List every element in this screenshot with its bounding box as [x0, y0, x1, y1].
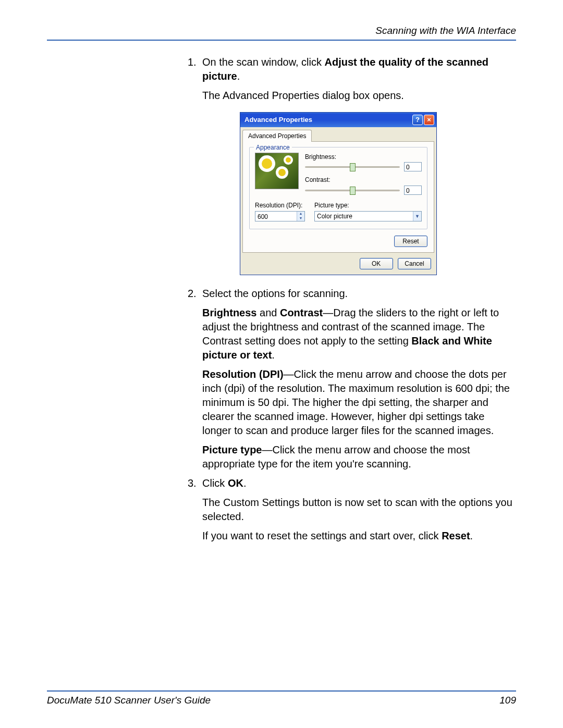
ok-button[interactable]: OK: [360, 258, 393, 269]
step-2-text: Select the options for scanning.: [202, 287, 516, 301]
close-icon[interactable]: ×: [424, 115, 434, 125]
appearance-group: Appearance Brightness: 0: [249, 147, 427, 229]
brightness-label: Brightness:: [305, 153, 422, 161]
footer-guide-title: DocuMate 510 Scanner User's Guide: [47, 695, 211, 706]
contrast-label: Contrast:: [305, 176, 422, 184]
bc-and: and: [256, 307, 279, 318]
preview-thumbnail: [255, 153, 299, 189]
section-header: Scanning with the WIA Interface: [47, 25, 516, 36]
spin-up-icon[interactable]: ▲: [297, 212, 304, 216]
picture-type-label: Picture type:: [314, 201, 422, 209]
header-rule: [47, 40, 516, 41]
reset-c: .: [470, 530, 473, 541]
brightness-value[interactable]: 0: [404, 162, 422, 171]
appearance-legend: Appearance: [254, 143, 292, 152]
contrast-term: Contrast: [280, 307, 323, 318]
chevron-down-icon[interactable]: ▼: [413, 212, 421, 221]
reset-term: Reset: [442, 530, 470, 541]
resolution-spinner[interactable]: 600 ▲ ▼: [255, 211, 305, 221]
advanced-properties-dialog: Advanced Properties ? × Advanced Propert…: [240, 112, 437, 275]
contrast-value[interactable]: 0: [404, 186, 422, 195]
step-3-c: .: [243, 477, 247, 489]
dialog-titlebar: Advanced Properties ? ×: [240, 113, 436, 127]
resolution-term: Resolution (DPI): [202, 368, 284, 380]
step-3-ok: OK: [228, 477, 243, 489]
step-3-result: The Custom Settings button is now set to…: [202, 496, 516, 524]
reset-button[interactable]: Reset: [394, 236, 427, 247]
tab-advanced-properties[interactable]: Advanced Properties: [242, 130, 312, 142]
step-3-a: Click: [202, 477, 228, 489]
step-1-text-c: .: [237, 70, 240, 82]
bc-period: .: [272, 349, 275, 361]
resolution-label: Resolution (DPI):: [255, 201, 305, 209]
resolution-value[interactable]: 600: [255, 212, 297, 221]
cancel-button[interactable]: Cancel: [398, 258, 431, 269]
brightness-term: Brightness: [202, 307, 256, 318]
step-1-text-a: On the scan window, click: [202, 56, 325, 68]
step-1-number: 1.: [188, 55, 202, 83]
picture-type-combo[interactable]: Color picture ▼: [314, 211, 422, 221]
step-3-number: 3.: [188, 476, 202, 490]
reset-a: If you want to reset the settings and st…: [202, 530, 442, 541]
step-1-result: The Advanced Properties dialog box opens…: [202, 89, 516, 103]
contrast-slider[interactable]: [305, 187, 400, 194]
dialog-title: Advanced Properties: [244, 115, 312, 125]
spin-down-icon[interactable]: ▼: [297, 216, 304, 221]
help-icon[interactable]: ?: [412, 115, 423, 125]
picture-type-value: Color picture: [315, 211, 413, 221]
picture-type-term: Picture type: [202, 444, 262, 455]
brightness-slider[interactable]: [305, 163, 400, 170]
page-number: 109: [499, 695, 516, 706]
footer-rule: [47, 690, 516, 692]
step-2-number: 2.: [188, 287, 202, 301]
